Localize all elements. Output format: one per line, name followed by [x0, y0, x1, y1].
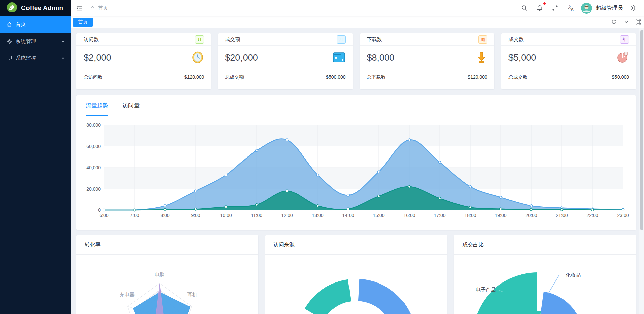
sidebar-item-label: 首页: [16, 21, 65, 28]
svg-text:20,000: 20,000: [86, 186, 101, 192]
sidebar-fold-icon[interactable]: [74, 3, 84, 13]
svg-text:A: A: [571, 7, 573, 11]
svg-text:15:00: 15:00: [373, 213, 384, 218]
svg-text:13:00: 13:00: [312, 213, 323, 218]
svg-text:18:00: 18:00: [464, 213, 476, 218]
avatar[interactable]: [581, 3, 592, 14]
breadcrumb: 首页: [89, 5, 108, 11]
home-icon: [6, 21, 12, 27]
stat-card-transactions-amount: 成交额 月 $20,000: [218, 33, 353, 89]
refresh-icon[interactable]: [608, 16, 620, 28]
svg-text:9:00: 9:00: [191, 213, 200, 218]
card-title: 转化率: [76, 235, 258, 255]
stat-footer-value: $120,000: [468, 74, 487, 89]
period-badge: 月: [337, 35, 346, 44]
svg-text:23:00: 23:00: [617, 213, 629, 218]
stat-card-deals: 成交数 年 $5,000: [501, 33, 636, 89]
deal-share-card: 成交占比 化妆品电子产品: [454, 235, 636, 314]
svg-text:耳机: 耳机: [187, 292, 197, 297]
page-scrollbar: [639, 28, 644, 314]
search-icon[interactable]: [519, 3, 529, 13]
stat-footer-value: $500,000: [326, 74, 345, 89]
username[interactable]: 超级管理员: [596, 5, 623, 12]
gear-icon: [6, 38, 12, 44]
page-content: 访问数 月 $2,000: [71, 28, 639, 314]
maximize-icon[interactable]: [632, 16, 644, 28]
stat-value: $8,000: [367, 53, 395, 63]
stat-card-downloads: 下载数 周 $8,000 总下载数: [360, 33, 494, 89]
stat-title: 下载数: [367, 36, 382, 43]
svg-text:21:00: 21:00: [556, 213, 568, 218]
card-title: 成交占比: [454, 235, 636, 255]
sidebar-item-system-monitor[interactable]: 系统监控: [0, 50, 71, 66]
stat-footer-label: 总下载数: [367, 74, 386, 89]
svg-text:19:00: 19:00: [495, 213, 506, 218]
svg-text:电脑: 电脑: [155, 272, 165, 277]
period-badge: 周: [478, 35, 487, 44]
tags-view-bar: 首页: [71, 16, 644, 28]
translate-icon[interactable]: 文 A: [566, 3, 576, 13]
deal-share-pie-chart: 化妆品电子产品: [454, 255, 636, 314]
leaf-logo-icon: [7, 2, 17, 14]
breadcrumb-item[interactable]: 首页: [98, 5, 108, 11]
chevron-down-icon: [61, 56, 65, 60]
breadcrumb-home-icon[interactable]: [89, 5, 96, 11]
svg-text:8:00: 8:00: [160, 213, 169, 218]
conversion-radar-chart: 电脑耳机充电器: [76, 255, 258, 314]
sidebar-item-system-management[interactable]: 系统管理: [0, 33, 71, 50]
main-area: 首页: [71, 0, 644, 314]
svg-text:16:00: 16:00: [403, 213, 415, 218]
stat-card-visits: 访问数 月 $2,000: [76, 33, 211, 89]
svg-text:6:00: 6:00: [99, 213, 108, 218]
clock-icon: [191, 51, 204, 65]
svg-text:7:00: 7:00: [130, 213, 139, 218]
notification-badge: [543, 2, 546, 5]
scrollbar-thumb[interactable]: [640, 30, 643, 230]
trend-tabs: 流量趋势 访问量: [76, 95, 636, 116]
app-title: Coffee Admin: [21, 4, 63, 12]
stat-value: $2,000: [84, 53, 111, 63]
sidebar-item-home[interactable]: 首页: [0, 16, 71, 33]
sidebar: Coffee Admin 首页: [0, 0, 71, 314]
top-navbar: 首页: [71, 0, 644, 16]
period-badge: 年: [620, 35, 629, 44]
stat-footer-label: 总成交额: [225, 74, 244, 89]
stat-cards-row: 访问数 月 $2,000: [76, 33, 636, 89]
svg-text:80,000: 80,000: [86, 122, 101, 128]
svg-text:化妆品: 化妆品: [566, 272, 581, 278]
period-badge: 月: [195, 35, 204, 44]
sidebar-item-label: 系统管理: [16, 38, 61, 45]
svg-text:14:00: 14:00: [342, 213, 354, 218]
chevron-down-icon[interactable]: [620, 16, 632, 28]
logo: Coffee Admin: [0, 0, 71, 16]
settings-gear-icon[interactable]: [628, 3, 638, 13]
sidebar-item-label: 系统监控: [16, 55, 61, 61]
card-icon: [332, 52, 346, 64]
svg-text:11:00: 11:00: [251, 213, 262, 218]
tab-home[interactable]: 首页: [73, 18, 93, 27]
svg-text:充电器: 充电器: [119, 292, 135, 297]
conversion-rate-card: 转化率 电脑耳机充电器: [76, 235, 258, 314]
svg-text:40,000: 40,000: [86, 165, 101, 170]
stat-title: 成交额: [225, 36, 240, 43]
pie-icon: [616, 51, 629, 65]
svg-text:12:00: 12:00: [281, 213, 293, 218]
bottom-cards-row: 转化率 电脑耳机充电器 访问来源 成交占比 化妆品电子产品: [76, 235, 636, 314]
tab-traffic-trend[interactable]: 流量趋势: [86, 95, 108, 116]
stat-footer-value: $120,000: [184, 74, 204, 89]
svg-text:20:00: 20:00: [525, 213, 537, 218]
sidebar-menu: 首页 系统管理: [0, 16, 71, 66]
svg-text:电子产品: 电子产品: [476, 287, 496, 292]
svg-text:17:00: 17:00: [434, 213, 445, 218]
fullscreen-icon[interactable]: [550, 3, 560, 13]
visit-source-card: 访问来源: [265, 235, 447, 314]
traffic-trend-card: 流量趋势 访问量 020,00040,00060,00080,0006:007:…: [76, 95, 636, 230]
traffic-trend-chart: 020,00040,00060,00080,0006:007:008:009:0…: [76, 116, 636, 230]
stat-footer-value: $50,000: [612, 74, 629, 89]
notifications-bell-icon[interactable]: [535, 3, 545, 13]
svg-text:0: 0: [98, 207, 101, 213]
chevron-down-icon: [61, 39, 65, 44]
svg-text:60,000: 60,000: [86, 144, 101, 149]
tab-visits[interactable]: 访问量: [122, 95, 140, 116]
stat-footer-label: 总访问数: [84, 74, 102, 89]
